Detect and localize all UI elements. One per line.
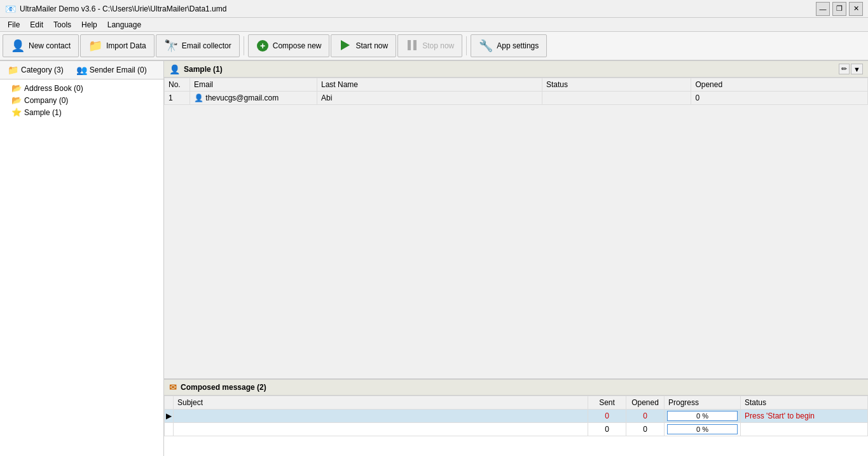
company-label: Company (0) (24, 96, 68, 105)
svg-text:+: + (260, 41, 265, 51)
menu-language[interactable]: Language (102, 19, 146, 31)
sidebar-tab-sender-email[interactable]: 👥 Sender Email (0) (72, 64, 151, 76)
compose-new-label: Compose new (273, 41, 322, 50)
compose-table-scroll[interactable]: Subject Sent Opened Progress Status ▶ 0 … (164, 396, 868, 436)
cell-opened: 0 (626, 410, 665, 423)
folder-icon: 📁 (88, 39, 102, 53)
arrow-right-icon: ▶ (166, 411, 172, 420)
compose-section: ✉ Composed message (2) Subject Sent Open… (164, 380, 868, 456)
minimize-button[interactable]: — (816, 2, 830, 16)
col-lastname: Last Name (317, 78, 542, 92)
menu-tools[interactable]: Tools (48, 19, 76, 31)
contacts-section-header-left: 👤 Sample (1) (169, 64, 223, 74)
menu-help[interactable]: Help (76, 19, 102, 31)
compose-col-subject: Subject (174, 396, 588, 410)
maximize-button[interactable]: ❐ (832, 2, 846, 16)
cell-email: 👤 thevucgs@gmail.com (190, 92, 317, 105)
sample-label: Sample (1) (24, 108, 62, 117)
row-arrow: ▶ (165, 410, 174, 423)
contacts-section-header: 👤 Sample (1) ✏ ▼ (164, 61, 868, 78)
menu-file[interactable]: File (3, 19, 25, 31)
contacts-table-scroll[interactable]: No. Email Last Name Status Opened 1 👤 th… (164, 78, 868, 378)
compose-icon: + (256, 39, 269, 52)
content-area: 👤 Sample (1) ✏ ▼ No. Email Last Name St (164, 61, 868, 456)
contacts-table: No. Email Last Name Status Opened 1 👤 th… (164, 78, 868, 105)
pause-icon (406, 39, 418, 53)
cell-status (741, 423, 868, 436)
title-bar: 📧 UltraMailer Demo v3.6 - C:\Users\Urie\… (0, 0, 868, 18)
sidebar-tree: 📂 Address Book (0) 📂 Company (0) ⭐ Sampl… (0, 79, 163, 121)
contacts-section-header-right: ✏ ▼ (839, 64, 863, 74)
new-contact-button[interactable]: 👤 New contact (3, 34, 79, 57)
menu-edit[interactable]: Edit (25, 19, 48, 31)
contacts-edit-button[interactable]: ✏ (839, 64, 850, 74)
cell-sent: 0 (588, 410, 626, 423)
menu-bar: File Edit Tools Help Language (0, 18, 868, 32)
cell-subject (174, 423, 588, 436)
compose-section-header: ✉ Composed message (2) (164, 380, 868, 396)
cell-status: Press 'Start' to begin (741, 410, 868, 423)
app-icon: 📧 (5, 4, 16, 14)
wrench-icon: 🔧 (479, 39, 493, 53)
start-now-label: Start now (355, 41, 388, 50)
play-icon (339, 39, 352, 53)
compose-table: Subject Sent Opened Progress Status ▶ 0 … (164, 396, 868, 436)
sidebar-header: 📁 Category (3) 👥 Sender Email (0) (0, 61, 163, 79)
title-bar-left: 📧 UltraMailer Demo v3.6 - C:\Users\Urie\… (5, 4, 226, 14)
address-book-folder-icon: 📂 (11, 83, 22, 93)
col-opened: Opened (691, 78, 868, 92)
toolbar-separator-1 (244, 36, 244, 55)
cell-opened: 0 (691, 92, 868, 105)
table-row[interactable]: 1 👤 thevucgs@gmail.com Abi 0 (165, 92, 868, 105)
compose-envelope-icon: ✉ (169, 382, 177, 392)
cell-no: 1 (165, 92, 190, 105)
app-settings-button[interactable]: 🔧 App settings (471, 34, 547, 57)
stop-now-button[interactable]: Stop now (397, 34, 462, 57)
cell-progress: 0 % (665, 423, 741, 436)
stop-now-label: Stop now (422, 41, 454, 50)
email-collector-button[interactable]: 🔭 Email collector (156, 34, 240, 57)
compose-col-opened: Opened (626, 396, 665, 410)
sidebar-item-address-book[interactable]: 📂 Address Book (0) (0, 82, 163, 94)
person-icon: 👤 (11, 39, 25, 53)
cell-status (542, 92, 691, 105)
col-no: No. (165, 78, 190, 92)
app-settings-label: App settings (497, 41, 539, 50)
category-folder-icon: 📁 (8, 65, 18, 75)
sidebar-item-sample[interactable]: ⭐ Sample (1) (0, 106, 163, 118)
window-controls: — ❐ ✕ (816, 2, 863, 16)
compose-col-sent: Sent (588, 396, 626, 410)
svg-marker-2 (341, 40, 350, 50)
toolbar-separator-2 (466, 36, 467, 55)
list-item[interactable]: 0 0 0 % (165, 423, 868, 436)
cell-progress: 0 % (665, 410, 741, 423)
sample-star-icon: ⭐ (11, 107, 22, 117)
close-button[interactable]: ✕ (849, 2, 863, 16)
sidebar-tab-category[interactable]: 📁 Category (3) (4, 64, 67, 76)
category-tab-label: Category (3) (21, 66, 64, 74)
sender-email-tab-label: Sender Email (0) (90, 66, 147, 74)
company-folder-icon: 📂 (11, 95, 22, 105)
cell-sent: 0 (588, 423, 626, 436)
contacts-section-title: Sample (1) (184, 65, 223, 74)
main-layout: 📁 Category (3) 👥 Sender Email (0) 📂 Addr… (0, 61, 868, 456)
compose-section-title: Composed message (2) (181, 383, 266, 392)
svg-rect-3 (408, 40, 411, 50)
cell-opened: 0 (626, 423, 665, 436)
col-status: Status (542, 78, 691, 92)
compose-col-progress: Progress (665, 396, 741, 410)
email-collector-label: Email collector (182, 41, 231, 50)
toolbar: 👤 New contact 📁 Import Data 🔭 Email coll… (0, 32, 868, 61)
sidebar-item-company[interactable]: 📂 Company (0) (0, 94, 163, 106)
address-book-label: Address Book (0) (24, 84, 83, 93)
list-item[interactable]: ▶ 0 0 0 % Press 'Start' to begin (165, 410, 868, 423)
new-contact-label: New contact (29, 41, 71, 50)
import-data-button[interactable]: 📁 Import Data (80, 34, 155, 57)
cell-lastname: Abi (317, 92, 542, 105)
svg-rect-4 (413, 40, 417, 50)
cell-subject (174, 410, 588, 423)
sidebar: 📁 Category (3) 👥 Sender Email (0) 📂 Addr… (0, 61, 164, 456)
compose-new-button[interactable]: + Compose new (248, 34, 330, 57)
start-now-button[interactable]: Start now (331, 34, 396, 57)
contacts-dropdown-button[interactable]: ▼ (851, 64, 863, 74)
